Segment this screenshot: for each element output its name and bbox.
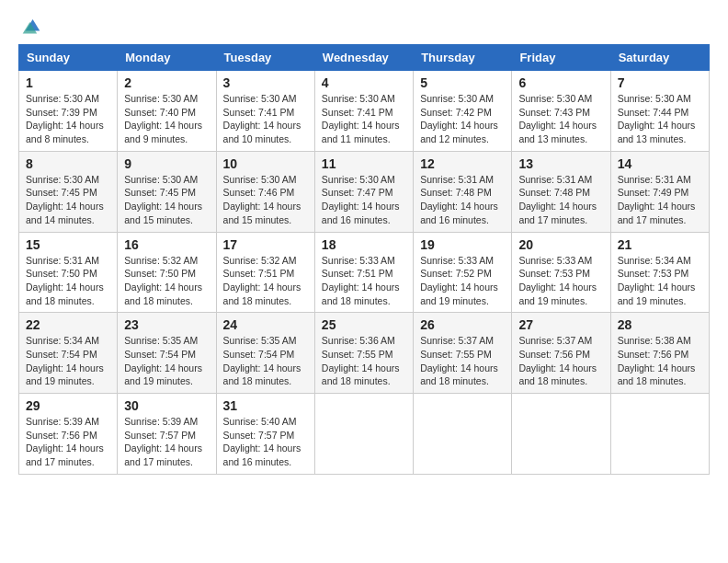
day-info: Sunrise: 5:31 AM Sunset: 7:48 PM Dayligh… <box>420 173 505 227</box>
day-number: 15 <box>26 237 110 252</box>
day-info: Sunrise: 5:31 AM Sunset: 7:49 PM Dayligh… <box>618 173 702 227</box>
header <box>18 15 710 37</box>
day-info: Sunrise: 5:30 AM Sunset: 7:39 PM Dayligh… <box>26 92 110 146</box>
day-number: 28 <box>618 317 702 332</box>
calendar-week-3: 15 Sunrise: 5:31 AM Sunset: 7:50 PM Dayl… <box>19 232 710 313</box>
weekday-header-thursday: Thursday <box>414 45 512 71</box>
calendar-cell: 27 Sunrise: 5:37 AM Sunset: 7:56 PM Dayl… <box>512 313 610 394</box>
weekday-header-sunday: Sunday <box>19 45 118 71</box>
day-info: Sunrise: 5:31 AM Sunset: 7:48 PM Dayligh… <box>518 173 603 227</box>
calendar-cell: 13 Sunrise: 5:31 AM Sunset: 7:48 PM Dayl… <box>512 151 610 232</box>
day-info: Sunrise: 5:30 AM Sunset: 7:47 PM Dayligh… <box>322 173 406 227</box>
calendar-cell: 29 Sunrise: 5:39 AM Sunset: 7:56 PM Dayl… <box>19 394 118 475</box>
day-info: Sunrise: 5:37 AM Sunset: 7:55 PM Dayligh… <box>420 334 505 388</box>
calendar-cell: 14 Sunrise: 5:31 AM Sunset: 7:49 PM Dayl… <box>610 151 709 232</box>
day-info: Sunrise: 5:39 AM Sunset: 7:57 PM Dayligh… <box>124 415 209 469</box>
day-number: 8 <box>26 156 110 171</box>
calendar-cell: 9 Sunrise: 5:30 AM Sunset: 7:45 PM Dayli… <box>118 151 216 232</box>
weekday-header-wednesday: Wednesday <box>314 45 413 71</box>
day-info: Sunrise: 5:35 AM Sunset: 7:54 PM Dayligh… <box>124 334 209 388</box>
day-number: 11 <box>322 156 406 171</box>
calendar-table: SundayMondayTuesdayWednesdayThursdayFrid… <box>18 44 710 475</box>
day-info: Sunrise: 5:37 AM Sunset: 7:56 PM Dayligh… <box>518 334 603 388</box>
day-info: Sunrise: 5:38 AM Sunset: 7:56 PM Dayligh… <box>618 334 702 388</box>
day-number: 25 <box>322 317 406 332</box>
calendar-cell: 20 Sunrise: 5:33 AM Sunset: 7:53 PM Dayl… <box>512 232 610 313</box>
calendar-cell: 21 Sunrise: 5:34 AM Sunset: 7:53 PM Dayl… <box>610 232 709 313</box>
day-number: 17 <box>223 237 308 252</box>
day-number: 14 <box>618 156 702 171</box>
calendar-cell <box>314 394 413 475</box>
calendar-cell: 17 Sunrise: 5:32 AM Sunset: 7:51 PM Dayl… <box>216 232 314 313</box>
day-info: Sunrise: 5:30 AM Sunset: 7:45 PM Dayligh… <box>26 173 110 227</box>
calendar-cell: 19 Sunrise: 5:33 AM Sunset: 7:52 PM Dayl… <box>414 232 512 313</box>
weekday-header-monday: Monday <box>118 45 216 71</box>
calendar-cell: 24 Sunrise: 5:35 AM Sunset: 7:54 PM Dayl… <box>216 313 314 394</box>
day-info: Sunrise: 5:34 AM Sunset: 7:53 PM Dayligh… <box>618 254 702 308</box>
day-number: 19 <box>420 237 505 252</box>
day-number: 31 <box>223 398 308 413</box>
calendar-cell: 22 Sunrise: 5:34 AM Sunset: 7:54 PM Dayl… <box>19 313 118 394</box>
day-number: 6 <box>518 75 603 90</box>
day-number: 30 <box>124 398 209 413</box>
calendar-week-1: 1 Sunrise: 5:30 AM Sunset: 7:39 PM Dayli… <box>19 71 710 152</box>
day-number: 29 <box>26 398 110 413</box>
calendar-cell: 11 Sunrise: 5:30 AM Sunset: 7:47 PM Dayl… <box>314 151 413 232</box>
day-number: 20 <box>518 237 603 252</box>
calendar-cell: 31 Sunrise: 5:40 AM Sunset: 7:57 PM Dayl… <box>216 394 314 475</box>
calendar-cell <box>414 394 512 475</box>
day-number: 10 <box>223 156 308 171</box>
day-info: Sunrise: 5:39 AM Sunset: 7:56 PM Dayligh… <box>26 415 110 469</box>
day-info: Sunrise: 5:30 AM Sunset: 7:46 PM Dayligh… <box>223 173 308 227</box>
day-number: 5 <box>420 75 505 90</box>
calendar-cell: 30 Sunrise: 5:39 AM Sunset: 7:57 PM Dayl… <box>118 394 216 475</box>
weekday-header-row: SundayMondayTuesdayWednesdayThursdayFrid… <box>19 45 710 71</box>
day-info: Sunrise: 5:35 AM Sunset: 7:54 PM Dayligh… <box>223 334 308 388</box>
day-number: 12 <box>420 156 505 171</box>
day-number: 18 <box>322 237 406 252</box>
calendar-cell: 7 Sunrise: 5:30 AM Sunset: 7:44 PM Dayli… <box>610 71 709 152</box>
calendar-cell: 18 Sunrise: 5:33 AM Sunset: 7:51 PM Dayl… <box>314 232 413 313</box>
day-info: Sunrise: 5:34 AM Sunset: 7:54 PM Dayligh… <box>26 334 110 388</box>
calendar-cell <box>512 394 610 475</box>
day-number: 24 <box>223 317 308 332</box>
calendar-cell: 4 Sunrise: 5:30 AM Sunset: 7:41 PM Dayli… <box>314 71 413 152</box>
day-number: 9 <box>124 156 209 171</box>
day-number: 13 <box>518 156 603 171</box>
day-number: 27 <box>518 317 603 332</box>
weekday-header-saturday: Saturday <box>610 45 709 71</box>
day-number: 22 <box>26 317 110 332</box>
day-number: 3 <box>223 75 308 90</box>
day-info: Sunrise: 5:30 AM Sunset: 7:41 PM Dayligh… <box>223 92 308 146</box>
day-number: 2 <box>124 75 209 90</box>
day-info: Sunrise: 5:33 AM Sunset: 7:51 PM Dayligh… <box>322 254 406 308</box>
day-info: Sunrise: 5:30 AM Sunset: 7:45 PM Dayligh… <box>124 173 209 227</box>
day-number: 7 <box>618 75 702 90</box>
day-number: 26 <box>420 317 505 332</box>
day-info: Sunrise: 5:36 AM Sunset: 7:55 PM Dayligh… <box>322 334 406 388</box>
day-number: 4 <box>322 75 406 90</box>
calendar-cell: 23 Sunrise: 5:35 AM Sunset: 7:54 PM Dayl… <box>118 313 216 394</box>
day-info: Sunrise: 5:30 AM Sunset: 7:40 PM Dayligh… <box>124 92 209 146</box>
calendar-cell: 16 Sunrise: 5:32 AM Sunset: 7:50 PM Dayl… <box>118 232 216 313</box>
day-info: Sunrise: 5:30 AM Sunset: 7:44 PM Dayligh… <box>618 92 702 146</box>
day-number: 23 <box>124 317 209 332</box>
calendar-cell: 5 Sunrise: 5:30 AM Sunset: 7:42 PM Dayli… <box>414 71 512 152</box>
weekday-header-friday: Friday <box>512 45 610 71</box>
calendar-cell: 8 Sunrise: 5:30 AM Sunset: 7:45 PM Dayli… <box>19 151 118 232</box>
calendar-cell: 3 Sunrise: 5:30 AM Sunset: 7:41 PM Dayli… <box>216 71 314 152</box>
day-number: 16 <box>124 237 209 252</box>
calendar-cell: 26 Sunrise: 5:37 AM Sunset: 7:55 PM Dayl… <box>414 313 512 394</box>
day-info: Sunrise: 5:32 AM Sunset: 7:50 PM Dayligh… <box>124 254 209 308</box>
weekday-header-tuesday: Tuesday <box>216 45 314 71</box>
logo <box>18 15 48 37</box>
calendar-cell: 6 Sunrise: 5:30 AM Sunset: 7:43 PM Dayli… <box>512 71 610 152</box>
calendar-week-2: 8 Sunrise: 5:30 AM Sunset: 7:45 PM Dayli… <box>19 151 710 232</box>
day-number: 1 <box>26 75 110 90</box>
day-info: Sunrise: 5:32 AM Sunset: 7:51 PM Dayligh… <box>223 254 308 308</box>
day-info: Sunrise: 5:40 AM Sunset: 7:57 PM Dayligh… <box>223 415 308 469</box>
calendar-cell: 12 Sunrise: 5:31 AM Sunset: 7:48 PM Dayl… <box>414 151 512 232</box>
logo-icon <box>18 15 44 37</box>
calendar-cell: 1 Sunrise: 5:30 AM Sunset: 7:39 PM Dayli… <box>19 71 118 152</box>
calendar-week-5: 29 Sunrise: 5:39 AM Sunset: 7:56 PM Dayl… <box>19 394 710 475</box>
